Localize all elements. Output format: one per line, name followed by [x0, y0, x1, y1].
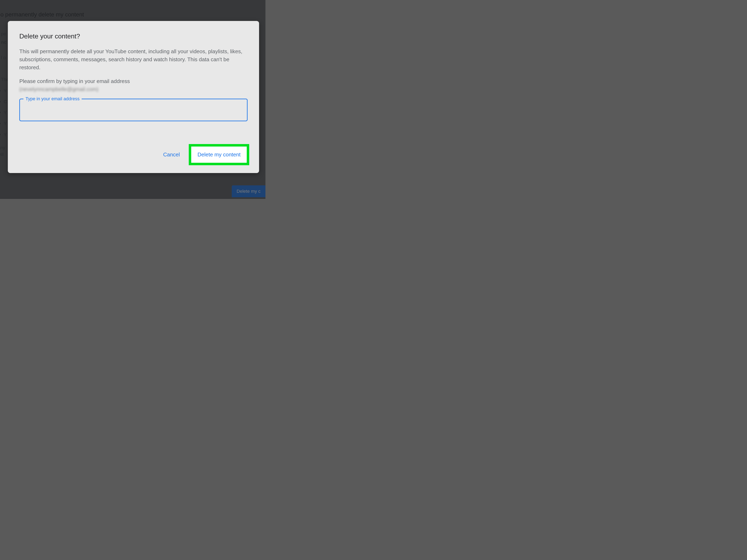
email-input[interactable]	[19, 99, 248, 121]
dialog-title: Delete your content?	[19, 32, 248, 40]
highlight-box: Delete my content	[189, 144, 249, 165]
dialog-body-text: This will permanently delete all your Yo…	[19, 48, 248, 72]
delete-my-content-button[interactable]: Delete my content	[191, 146, 247, 163]
delete-content-dialog: Delete your content? This will permanent…	[8, 21, 259, 173]
cancel-button[interactable]: Cancel	[158, 149, 185, 161]
dialog-user-email-blurred: (nevelynncampbelle@gmail.com)	[19, 86, 248, 92]
dialog-actions: Cancel Delete my content	[158, 144, 250, 165]
email-input-wrapper: Type in your email address	[19, 99, 248, 121]
dialog-confirm-prompt: Please confirm by typing in your email a…	[19, 77, 248, 85]
email-input-label: Type in your email address	[23, 96, 82, 102]
